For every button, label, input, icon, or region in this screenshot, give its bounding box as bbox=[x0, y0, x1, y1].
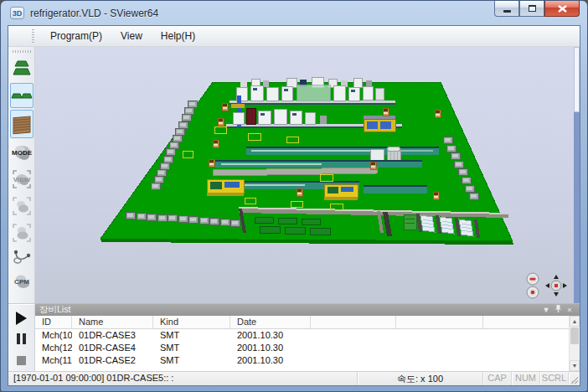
toolbar-grip[interactable] bbox=[13, 50, 31, 53]
play-button[interactable] bbox=[11, 308, 33, 328]
status-bar: [1970-01-01 09:00:00] 01DR-CASE5:: : 속도:… bbox=[8, 371, 580, 385]
mode-icon: MODE bbox=[11, 142, 33, 163]
view-button[interactable]: VIEW bbox=[10, 167, 34, 192]
app-icon: 3D bbox=[10, 7, 24, 19]
play-icon bbox=[16, 312, 27, 325]
table-scrollbar[interactable]: ▲ ▼ bbox=[569, 316, 580, 371]
cell-date: 2001.10.30 bbox=[230, 354, 311, 367]
path-icon bbox=[11, 248, 33, 266]
table-row[interactable]: Mch(12) 01DR-CASE4 SMT 2001.10.30 bbox=[35, 342, 569, 354]
conveyor-belt-3 bbox=[246, 147, 439, 155]
cell-date: 2001.10.30 bbox=[230, 342, 311, 354]
cell-name: 01DR-CASE4 bbox=[72, 342, 153, 354]
svg-text:MODE: MODE bbox=[12, 149, 33, 157]
yellow-machine-right bbox=[324, 184, 358, 200]
factory-scene bbox=[35, 47, 574, 303]
panel-close-icon[interactable]: × bbox=[564, 304, 575, 316]
view-icon: VIEW bbox=[11, 168, 33, 190]
menu-program[interactable]: Program(P) bbox=[41, 28, 111, 44]
cell-id: Mch(12) bbox=[35, 342, 72, 354]
panel-pin-icon[interactable] bbox=[552, 304, 564, 317]
menu-view[interactable]: View bbox=[111, 28, 152, 44]
zoom-in-control[interactable] bbox=[527, 286, 539, 298]
cell-id: Mch(10) bbox=[35, 329, 72, 342]
cell-kind: SMT bbox=[153, 329, 230, 342]
cell-kind: SMT bbox=[153, 354, 230, 367]
column-kind[interactable]: Kind bbox=[153, 316, 230, 328]
title-bar[interactable]: 3D refrigerator.VLD - SViewer64 bbox=[1, 1, 587, 25]
floor-texture-button[interactable] bbox=[10, 110, 34, 138]
viewport-scrollbar-thumb[interactable] bbox=[574, 47, 580, 112]
maximize-button[interactable] bbox=[519, 1, 544, 17]
column-empty-2[interactable] bbox=[396, 316, 483, 328]
table-row[interactable]: Mch(10) 01DR-CASE3 SMT 2001.10.30 bbox=[35, 329, 569, 342]
yellow-machine-left bbox=[207, 179, 244, 196]
select-machine-2-icon bbox=[11, 222, 33, 244]
3d-viewport[interactable] bbox=[35, 47, 580, 303]
select-machine-icon bbox=[11, 195, 33, 217]
equipment-list-panel: 장비List ▼ × ID Name Kind bbox=[35, 303, 580, 371]
minimize-button[interactable] bbox=[494, 1, 519, 17]
close-icon bbox=[558, 5, 567, 13]
window-title: refrigerator.VLD - SViewer64 bbox=[30, 8, 158, 19]
layer-pair-icon bbox=[11, 85, 33, 106]
viewport-nav-controls[interactable] bbox=[523, 271, 573, 300]
equipment-table[interactable]: ID Name Kind Date Mch(10) bbox=[35, 316, 569, 371]
app-window: 3D refrigerator.VLD - SViewer64 Program(… bbox=[0, 0, 588, 392]
cell-kind: SMT bbox=[153, 342, 230, 354]
pause-button[interactable] bbox=[11, 329, 33, 348]
menu-grip[interactable] bbox=[32, 29, 34, 43]
smt-line-1 bbox=[230, 85, 395, 105]
conveyor-belt-4 bbox=[215, 160, 422, 168]
cell-name: 01DR-CASE2 bbox=[72, 354, 153, 367]
panel-header[interactable]: 장비List ▼ × bbox=[35, 304, 580, 316]
layer-stack-button[interactable] bbox=[10, 56, 34, 81]
resize-grip[interactable] bbox=[569, 372, 580, 385]
scroll-down-icon[interactable]: ▼ bbox=[570, 360, 580, 371]
viewport-scrollbar[interactable] bbox=[574, 47, 580, 303]
menu-help[interactable]: Help(H) bbox=[152, 28, 204, 44]
panel-title: 장비List bbox=[39, 304, 70, 316]
cpm-button[interactable]: CPM bbox=[10, 269, 34, 294]
select-machine-2-button[interactable] bbox=[10, 220, 34, 245]
pause-icon bbox=[17, 333, 26, 344]
left-toolbar: MODE VIEW bbox=[8, 47, 34, 303]
column-name[interactable]: Name bbox=[72, 316, 153, 328]
mode-button[interactable]: MODE bbox=[10, 140, 34, 165]
num-lock-indicator: NUM bbox=[512, 372, 540, 385]
select-machine-button[interactable] bbox=[10, 193, 34, 219]
path-button[interactable] bbox=[10, 247, 34, 267]
table-row[interactable]: Mch(11) 01DR-CASE2 SMT 2001.10.30 bbox=[35, 354, 569, 367]
cpm-icon: CPM bbox=[11, 271, 33, 292]
panel-dropdown-icon[interactable]: ▼ bbox=[540, 304, 552, 316]
maximize-icon bbox=[529, 5, 536, 12]
layer-stack-icon bbox=[11, 58, 33, 80]
table-header[interactable]: ID Name Kind Date bbox=[35, 316, 569, 329]
svg-text:VIEW: VIEW bbox=[13, 176, 30, 183]
scroll-lock-indicator: SCRL bbox=[540, 372, 569, 385]
layer-pair-button[interactable] bbox=[10, 83, 34, 108]
green-machine bbox=[404, 214, 416, 230]
minimize-icon bbox=[503, 10, 511, 13]
column-empty-1[interactable] bbox=[311, 316, 396, 328]
status-message: [1970-01-01 09:00:00] 01DR-CASE5:: : bbox=[8, 372, 358, 385]
floor-texture-icon bbox=[11, 112, 33, 136]
menu-bar: Program(P) View Help(H) bbox=[8, 26, 580, 47]
cell-name: 01DR-CASE3 bbox=[72, 329, 153, 342]
zoom-out-control[interactable] bbox=[527, 273, 539, 285]
speed-indicator: 속도: x 100 bbox=[358, 372, 483, 385]
stop-button[interactable] bbox=[11, 351, 33, 370]
close-button[interactable] bbox=[544, 1, 580, 17]
scroll-up-icon[interactable]: ▲ bbox=[570, 316, 580, 327]
column-id[interactable]: ID bbox=[35, 316, 72, 328]
svg-text:CPM: CPM bbox=[14, 278, 29, 286]
cell-id: Mch(11) bbox=[35, 354, 72, 367]
caps-lock-indicator: CAP bbox=[483, 372, 512, 385]
pan-control[interactable] bbox=[545, 275, 567, 297]
stop-icon bbox=[17, 356, 26, 365]
cell-date: 2001.10.30 bbox=[230, 329, 311, 342]
column-date[interactable]: Date bbox=[230, 316, 311, 328]
table-scrollbar-thumb[interactable] bbox=[570, 328, 579, 344]
playback-controls bbox=[8, 303, 34, 371]
